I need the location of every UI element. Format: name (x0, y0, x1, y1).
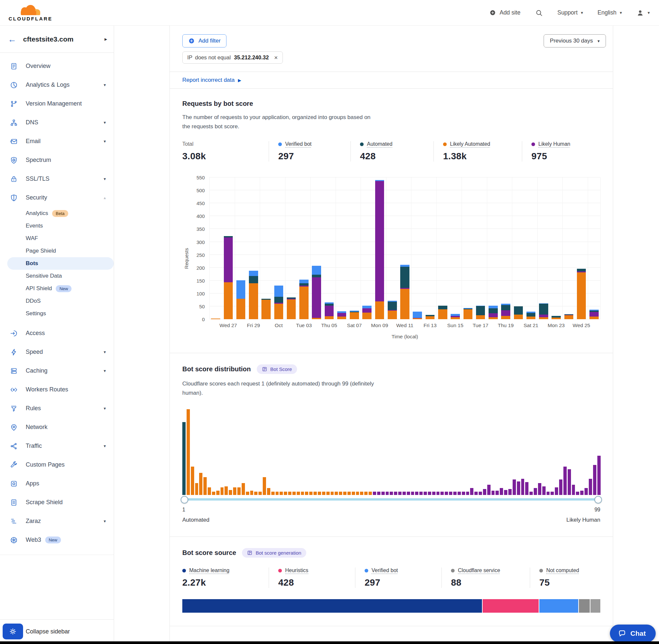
score-range-slider[interactable] (182, 496, 600, 504)
h-gridline (209, 203, 600, 203)
access-icon (10, 329, 18, 337)
bar-segment-automated (476, 306, 485, 315)
support-menu[interactable]: Support ▾ (558, 9, 583, 16)
sidebar-item-label: Sensitive Data (26, 273, 62, 279)
hist-bar-score-64 (449, 492, 452, 495)
sidebar-item-traffic[interactable]: Traffic▾ (0, 437, 114, 455)
cloudflare-logo[interactable]: CLOUDFLARE (8, 4, 52, 21)
sidebar-item-rules[interactable]: Rules▾ (0, 399, 114, 418)
bar-segment-likely_automated (388, 310, 397, 319)
add-filter-button[interactable]: Add filter (182, 34, 227, 47)
sidebar-item-analytics-logs[interactable]: Analytics & Logs▾ (0, 75, 114, 94)
stat-label-machine-learning[interactable]: Machine learning (182, 568, 260, 573)
chart-bar (249, 271, 258, 319)
bot-score-badge[interactable]: Bot Score (257, 364, 297, 374)
sidebar-item-page-shield[interactable]: Page Shield (0, 245, 114, 257)
sidebar-item-label: Custom Pages (26, 461, 65, 468)
stat-label-text: Cloudflare service (458, 568, 500, 573)
sidebar-item-network[interactable]: Network (0, 418, 114, 437)
sidebar-item-sensitive-data[interactable]: Sensitive Data (0, 270, 114, 282)
sidebar-item-caching[interactable]: Caching▾ (0, 362, 114, 380)
slider-handle-min[interactable] (181, 496, 188, 504)
sidebar-item-ssl-tls[interactable]: SSL/TLS▾ (0, 169, 114, 188)
chart-bar (337, 311, 347, 319)
sidebar-item-overview[interactable]: Overview (0, 57, 114, 75)
sidebar-item-bots[interactable]: Bots (7, 257, 114, 270)
chat-button[interactable]: Chat (610, 624, 656, 642)
collapse-sidebar-button[interactable]: Collapse sidebar (26, 628, 70, 635)
hist-bar-score-71 (479, 492, 482, 495)
stat-label-text: Automated (367, 141, 392, 147)
hist-bar-score-46 (373, 492, 376, 495)
analytics-badge: Beta (52, 210, 68, 217)
sidebar-item-scrape-shield[interactable]: Scrape Shield (0, 493, 114, 512)
chart-bar (489, 306, 498, 319)
report-incorrect-data-link[interactable]: Report incorrect data ▶ (182, 77, 241, 84)
y-tick-label: 250 (196, 252, 205, 257)
y-tick-label: 100 (196, 291, 205, 296)
api-shield-badge: New (56, 285, 72, 292)
web3-badge: New (45, 536, 61, 544)
stat-label-heuristics[interactable]: Heuristics (278, 568, 347, 573)
slider-track[interactable] (184, 498, 599, 501)
sidebar-footer: Collapse sidebar (0, 619, 114, 644)
sidebar-item-web3[interactable]: Web3New (0, 531, 114, 549)
stat-label-likely-automated[interactable]: Likely Automated (443, 141, 513, 147)
filter-chip-ip[interactable]: IP does not equal 35.212.240.32 × (182, 51, 283, 64)
sidebar-item-analytics[interactable]: AnalyticsBeta (0, 207, 114, 220)
slider-handle-max[interactable] (594, 496, 602, 504)
sidebar-item-zaraz[interactable]: Zaraz▾ (0, 512, 114, 531)
bar-segment-likely_automated (312, 318, 321, 319)
stat-label-likely-human[interactable]: Likely Human (532, 141, 592, 147)
sidebar-item-speed[interactable]: Speed▾ (0, 343, 114, 362)
requests-card-description: The number of requests to your applicati… (182, 113, 372, 131)
bar-segment-likely_automated (438, 309, 447, 319)
chevron-down-icon: ▾ (648, 10, 650, 15)
bar-segment-likely_automated (526, 317, 536, 319)
bar-segment-likely_automated (211, 319, 220, 319)
stat-label-verified-bot[interactable]: Verified bot (278, 141, 342, 147)
chevron-down-icon: ▾ (103, 368, 106, 373)
sidebar-item-security[interactable]: Security▴ (0, 188, 114, 207)
stat-label-verified-bot[interactable]: Verified bot (364, 568, 433, 573)
hist-bar-score-37 (335, 492, 338, 495)
sidebar-item-waf[interactable]: WAF (0, 232, 114, 245)
chart-bar (224, 236, 233, 319)
back-arrow-icon[interactable]: ← (8, 35, 17, 44)
hist-bar-score-8 (212, 492, 215, 495)
stat-label-cloudflare-service[interactable]: Cloudflare service (451, 568, 521, 573)
stat-value-heuristics: 428 (278, 577, 347, 588)
site-switcher-caret-icon[interactable]: ▸ (104, 36, 107, 42)
stat-label-not-computed[interactable]: Not computed (539, 568, 592, 573)
remove-filter-icon[interactable]: × (274, 54, 278, 61)
bot-score-generation-badge[interactable]: Bot score generation (242, 548, 306, 558)
chart-bar (577, 269, 586, 319)
sidebar-item-settings[interactable]: Settings (0, 307, 114, 320)
language-menu[interactable]: English ▾ (598, 9, 622, 16)
sidebar-item-spectrum[interactable]: Spectrum (0, 151, 114, 169)
sidebar-item-workers-routes[interactable]: Workers Routes (0, 380, 114, 399)
sidebar-item-events[interactable]: Events (0, 220, 114, 232)
stat-label-automated[interactable]: Automated (360, 141, 425, 147)
sidebar-item-dns[interactable]: DNS▾ (0, 113, 114, 132)
bar-segment-likely_automated (589, 317, 599, 319)
search-icon[interactable] (535, 9, 543, 17)
legend-dot-icon (443, 142, 447, 146)
v-gridline (260, 178, 260, 319)
bar-segment-verified_bot (236, 280, 245, 299)
add-site-button[interactable]: Add site (489, 9, 520, 16)
hist-bar-score-57 (419, 492, 423, 495)
bar-segment-likely_automated (577, 272, 586, 319)
sidebar-item-version-management[interactable]: Version Management (0, 94, 114, 113)
stat-not-computed: Not computed75 (530, 568, 600, 588)
settings-gear-button[interactable] (3, 624, 23, 639)
account-menu[interactable]: ▾ (636, 9, 650, 17)
time-range-select[interactable]: Previous 30 days ▾ (544, 34, 606, 47)
sidebar-item-label: Settings (26, 310, 46, 317)
sidebar-item-ddos[interactable]: DDoS (0, 295, 114, 307)
sidebar-item-custom-pages[interactable]: Custom Pages (0, 455, 114, 474)
sidebar-item-api-shield[interactable]: API ShieldNew (0, 282, 114, 295)
sidebar-item-apps[interactable]: Apps (0, 474, 114, 493)
sidebar-item-email[interactable]: Email▾ (0, 132, 114, 151)
sidebar-item-access[interactable]: Access (0, 324, 114, 343)
